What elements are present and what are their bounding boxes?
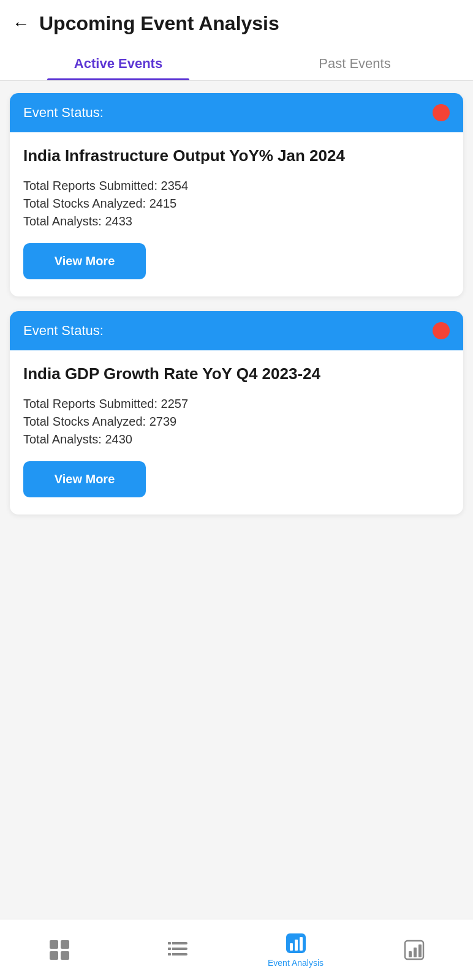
- tabs-bar: Active Events Past Events: [0, 45, 473, 81]
- event-analysis-icon: [285, 932, 307, 954]
- svg-rect-11: [168, 948, 171, 950]
- event-name-2: India GDP Growth Rate YoY Q4 2023-24: [23, 364, 450, 385]
- svg-rect-12: [168, 953, 171, 956]
- event-status-dot-1: [433, 104, 450, 121]
- back-button[interactable]: ←: [12, 15, 29, 32]
- svg-rect-10: [168, 942, 171, 944]
- nav-item-home[interactable]: [0, 939, 118, 961]
- list-icon: [167, 939, 189, 961]
- event-stocks-1: Total Stocks Analyzed: 2415: [23, 197, 450, 211]
- nav-item-chart[interactable]: [355, 939, 473, 961]
- event-analysts-1: Total Analysts: 2433: [23, 214, 450, 228]
- svg-rect-14: [290, 943, 293, 951]
- svg-rect-16: [300, 937, 303, 951]
- nav-item-event-analysis[interactable]: Event Analysis: [236, 932, 355, 968]
- event-stats-1: Total Reports Submitted: 2354 Total Stoc…: [23, 179, 450, 228]
- event-stats-2: Total Reports Submitted: 2257 Total Stoc…: [23, 397, 450, 447]
- event-card-2-body: India GDP Growth Rate YoY Q4 2023-24 Tot…: [10, 350, 463, 514]
- event-card-1-header: Event Status:: [10, 93, 463, 132]
- nav-label-event-analysis: Event Analysis: [268, 958, 324, 968]
- svg-rect-0: [50, 940, 58, 949]
- svg-rect-2: [50, 951, 58, 960]
- event-analysts-2: Total Analysts: 2430: [23, 432, 450, 447]
- event-status-label-1: Event Status:: [23, 105, 104, 121]
- home-icon: [48, 939, 70, 961]
- view-more-button-1[interactable]: View More: [23, 243, 146, 279]
- bottom-nav: Event Analysis: [0, 919, 473, 980]
- svg-rect-15: [295, 940, 298, 951]
- svg-rect-20: [418, 944, 422, 957]
- event-card-2: Event Status: India GDP Growth Rate YoY …: [10, 311, 463, 514]
- event-status-label-2: Event Status:: [23, 323, 104, 339]
- event-card-1-body: India Infrastructure Output YoY% Jan 202…: [10, 132, 463, 296]
- svg-rect-18: [409, 951, 412, 957]
- event-name-1: India Infrastructure Output YoY% Jan 202…: [23, 146, 450, 167]
- event-reports-2: Total Reports Submitted: 2257: [23, 397, 450, 411]
- view-more-button-2[interactable]: View More: [23, 461, 146, 497]
- svg-rect-1: [61, 940, 69, 949]
- content-area: Event Status: India Infrastructure Outpu…: [0, 81, 473, 588]
- event-card-2-header: Event Status:: [10, 311, 463, 350]
- nav-item-list[interactable]: [118, 939, 236, 961]
- chart-icon: [403, 939, 425, 961]
- header: ← Upcoming Event Analysis: [0, 0, 473, 45]
- event-reports-1: Total Reports Submitted: 2354: [23, 179, 450, 193]
- event-card-1: Event Status: India Infrastructure Outpu…: [10, 93, 463, 296]
- svg-rect-3: [61, 951, 69, 960]
- svg-rect-19: [414, 948, 417, 957]
- event-stocks-2: Total Stocks Analyzed: 2739: [23, 415, 450, 429]
- tab-active-events[interactable]: Active Events: [0, 45, 236, 80]
- page-title: Upcoming Event Analysis: [39, 12, 279, 35]
- tab-past-events[interactable]: Past Events: [236, 45, 473, 80]
- event-status-dot-2: [433, 322, 450, 339]
